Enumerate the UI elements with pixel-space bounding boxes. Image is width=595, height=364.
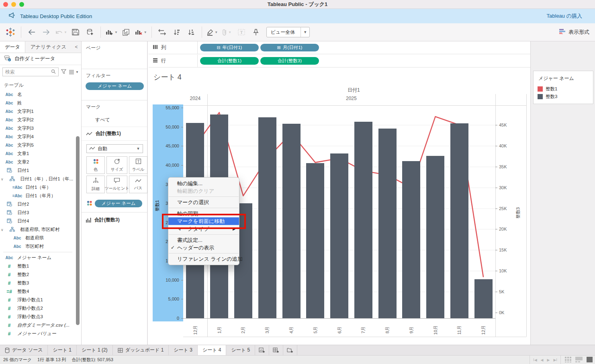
buy-tableau-link[interactable]: Tableau の購入 (547, 12, 582, 20)
minimize-window-icon[interactable] (11, 2, 16, 7)
field-item[interactable]: =Abc日付1（年） (0, 183, 76, 192)
color-button[interactable]: 色 (86, 156, 105, 174)
month-tick-label[interactable]: 7月 (360, 325, 366, 336)
field-item[interactable]: Abc文章2 (0, 158, 76, 166)
filters-shelf[interactable]: フィルター メジャー ネーム (82, 69, 147, 100)
first-icon[interactable]: Ⅰ◀ (533, 358, 537, 362)
sheet-tab-ダッシュボード1[interactable]: ダッシュボード 1 (113, 345, 169, 355)
field-item[interactable]: 日付3 (0, 209, 76, 217)
chevron-expanded-icon[interactable]: ∨ (1, 177, 4, 181)
menu-item[interactable]: リファレンス ラインの追加 (168, 255, 239, 263)
swap-axes-button[interactable] (156, 26, 168, 38)
sheet-tab-シート4[interactable]: シート 4 (198, 345, 227, 355)
month-tick-label[interactable]: 10月 (432, 325, 438, 336)
field-item[interactable]: 日付1 (0, 166, 76, 175)
bar-mark[interactable] (426, 156, 444, 318)
rows-shelf[interactable]: 行 合計(整数1)合計(整数3) (149, 55, 530, 67)
add-data-button[interactable] (84, 26, 96, 38)
collapse-pane-icon[interactable]: < (72, 41, 81, 53)
month-tick-label[interactable]: 9月 (408, 325, 414, 336)
path-button[interactable]: パス (129, 176, 147, 193)
marks-all-tab[interactable]: すべて (82, 113, 147, 127)
year-header-label[interactable]: 2024 (190, 96, 201, 101)
legend-item[interactable]: 整数3 (534, 93, 593, 100)
detail-button[interactable]: 詳細 (86, 176, 105, 193)
maximize-window-icon[interactable] (19, 2, 24, 7)
field-item[interactable]: #浮動小数点1 (0, 296, 76, 304)
sheet-tab-シート5[interactable]: シート 5 (226, 345, 255, 355)
field-item[interactable]: #整数3 (0, 279, 76, 287)
field-item[interactable]: #浮動小数点3 (0, 313, 76, 321)
bar-mark[interactable] (378, 129, 397, 318)
chevron-expanded-icon[interactable]: ∨ (1, 228, 4, 232)
bar-mark[interactable] (450, 123, 468, 318)
new-story-tab-button[interactable] (283, 345, 297, 355)
month-tick-label[interactable]: 2月 (240, 325, 246, 336)
tab-data[interactable]: データ (0, 41, 25, 53)
field-item[interactable]: Abc文章1 (0, 149, 76, 158)
field-item[interactable]: 日付2 (0, 200, 76, 209)
bar-mark[interactable] (354, 122, 372, 318)
fields-scrollbar[interactable] (76, 136, 80, 325)
last-icon[interactable]: ▶Ⅰ (553, 358, 557, 362)
duplicate-sheet-button[interactable] (120, 26, 132, 38)
menu-item[interactable]: 書式設定... (168, 236, 239, 244)
field-item[interactable]: =Abc日付1（年月） (0, 192, 76, 200)
month-tick-label[interactable]: 8月 (384, 325, 391, 336)
field-item[interactable]: ∨都道府県, 市区町村 (0, 225, 76, 234)
sheet-tab-データソース[interactable]: データ ソース (0, 345, 48, 355)
expand-box-icon[interactable]: ⊞ (277, 45, 281, 50)
bar-mark[interactable] (402, 161, 420, 318)
filter-pill[interactable]: メジャー ネーム (86, 82, 144, 90)
view-options-icon[interactable]: ▼ (69, 70, 79, 74)
field-item[interactable]: Abc姓 (0, 99, 76, 107)
menu-item[interactable]: ✓ヘッダーの表示 (168, 244, 239, 252)
next-icon[interactable]: ▶ (547, 358, 550, 362)
field-item[interactable]: Abc文字列2 (0, 116, 76, 124)
sheet-tab-シート3[interactable]: シート 3 (169, 345, 198, 355)
chevron-down-icon[interactable]: ▼ (301, 27, 309, 37)
tooltip-button[interactable]: ツールヒント (106, 176, 127, 193)
field-item[interactable]: 日付4 (0, 217, 76, 225)
bar-mark[interactable] (330, 153, 348, 318)
field-item[interactable]: #メジャー バリュー (0, 329, 76, 338)
field-item[interactable]: Abc都道府県 (0, 234, 76, 242)
marks-card-sum3[interactable]: 合計(整数3) (82, 212, 147, 227)
marks-card-sum1[interactable]: 合計(整数1) (82, 127, 147, 141)
bar-mark[interactable] (306, 163, 324, 318)
new-worksheet-tab-button[interactable] (255, 345, 269, 355)
month-tick-label[interactable]: 3月 (264, 325, 270, 336)
field-item[interactable]: #整数2 (0, 270, 76, 279)
close-window-icon[interactable] (3, 2, 8, 7)
year-header-label[interactable]: 2025 (346, 96, 357, 101)
row-pill[interactable]: 合計(整数1) (200, 57, 259, 65)
sort-ascending-button[interactable] (171, 26, 183, 38)
sheet-tab-シート1(2)[interactable]: シート 1 (2) (77, 345, 113, 355)
collapse-box-icon[interactable]: ⊟ (217, 45, 221, 50)
back-button[interactable] (26, 26, 38, 38)
column-pill[interactable]: ⊟年(日付1) (200, 44, 259, 51)
legend-card[interactable]: メジャー ネーム 整数1整数3 (533, 71, 593, 104)
menu-item[interactable]: 軸の編集... (168, 180, 239, 187)
month-tick-label[interactable]: 5月 (312, 325, 318, 336)
month-tick-label[interactable]: 1月 (216, 325, 222, 336)
highlight-button[interactable]: ▼ (207, 26, 219, 38)
show-tabs-icon[interactable] (565, 357, 571, 363)
field-item[interactable]: #自作ダミーデータ.csv (... (0, 321, 76, 329)
bar-mark[interactable] (282, 124, 301, 318)
mark-type-dropdown[interactable]: 自動 ▼ (86, 144, 143, 153)
presentation-view-icon[interactable] (587, 357, 593, 363)
field-item[interactable]: Abc文字列3 (0, 124, 76, 133)
datasource-item[interactable]: 自作ダミーデータ (0, 53, 81, 65)
show-me-button[interactable]: 表示形式 (559, 29, 589, 36)
save-button[interactable] (70, 26, 82, 38)
field-item[interactable]: Abc文字列5 (0, 141, 76, 149)
pin-button[interactable] (250, 26, 262, 38)
field-item[interactable]: =#整数4 (0, 287, 76, 296)
legend-item[interactable]: 整数1 (534, 85, 593, 93)
field-item[interactable]: Abc文字列4 (0, 133, 76, 141)
column-pill[interactable]: ⊞月(日付1) (260, 44, 319, 51)
bar-mark[interactable] (474, 279, 493, 318)
row-pill[interactable]: 合計(整数3) (260, 57, 319, 65)
window-controls[interactable] (3, 2, 24, 7)
